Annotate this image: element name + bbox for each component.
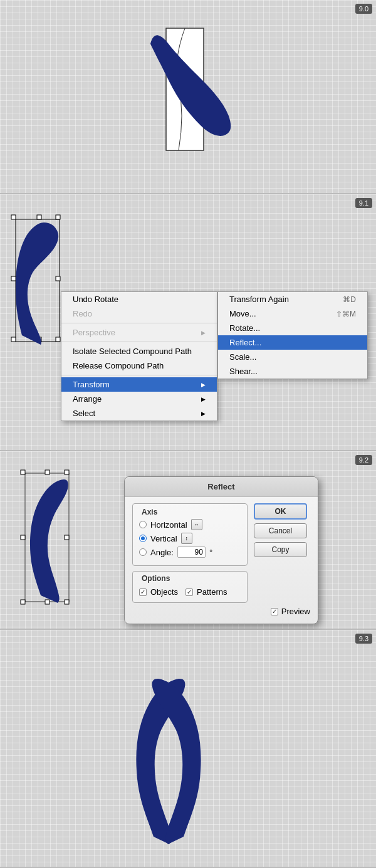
objects-row: Objects xyxy=(139,587,178,597)
menu-transform[interactable]: Transform xyxy=(61,377,217,392)
vertical-icon-btn[interactable]: ↕ xyxy=(181,533,192,544)
objects-checkbox[interactable] xyxy=(139,588,147,596)
panel-93: 9.3 xyxy=(0,630,376,868)
menu-sep-3 xyxy=(61,375,217,375)
copy-button[interactable]: Copy xyxy=(254,542,307,557)
h-br xyxy=(65,600,69,604)
preview-checkbox[interactable] xyxy=(271,608,278,615)
menu-arrange[interactable]: Arrange xyxy=(61,392,217,406)
dialog-right: OK Cancel Copy xyxy=(254,503,310,603)
shape-93-container xyxy=(81,655,257,857)
handle-mr xyxy=(56,276,60,281)
vertical-row: Vertical ↕ xyxy=(139,533,241,544)
patterns-label: Patterns xyxy=(197,587,227,597)
submenu-shear[interactable]: Shear... xyxy=(218,364,367,379)
dialog-left: Axis Horizontal ↔ Vertical ↕ Angle: xyxy=(132,503,248,603)
handle-tm xyxy=(37,215,41,219)
ok-button[interactable]: OK xyxy=(254,503,307,520)
reflect-dialog[interactable]: Reflect Axis Horizontal ↔ Vertical ↕ xyxy=(124,476,318,624)
axis-fieldset: Axis Horizontal ↔ Vertical ↕ Angle: xyxy=(132,503,248,566)
submenu-reflect[interactable]: Reflect... xyxy=(218,335,367,350)
handle-bl xyxy=(11,337,16,342)
horizontal-row: Horizontal ↔ xyxy=(139,519,241,530)
submenu-transform[interactable]: Transform Again ⌘D Move... ⇧⌘M Rotate...… xyxy=(217,291,368,379)
menu-sep-2 xyxy=(61,342,217,342)
horizontal-icon-btn[interactable]: ↔ xyxy=(191,519,202,530)
menu-release[interactable]: Release Compound Path xyxy=(61,358,217,373)
menu-redo[interactable]: Redo xyxy=(61,306,217,321)
patterns-row: Patterns xyxy=(185,587,227,597)
shape-92-container xyxy=(13,470,94,610)
panel-92: 9.2 Reflect Axis xyxy=(0,451,376,630)
vertical-radio[interactable] xyxy=(139,535,147,542)
menu-select[interactable]: Select xyxy=(61,406,217,421)
options-fieldset: Options Objects Patterns xyxy=(132,571,248,603)
angle-row: Angle: ° xyxy=(139,546,241,558)
menu-sep-1 xyxy=(61,323,217,323)
submenu-rotate[interactable]: Rotate... xyxy=(218,321,367,335)
shape-svg-93 xyxy=(81,655,257,855)
preview-row: Preview xyxy=(125,603,318,616)
h-ml xyxy=(21,535,25,540)
horizontal-label: Horizontal xyxy=(150,520,187,530)
h-tm xyxy=(45,470,50,474)
angle-label: Angle: xyxy=(150,548,174,557)
dialog-title: Reflect xyxy=(125,477,318,497)
patterns-checkbox[interactable] xyxy=(185,588,193,596)
handle-tl xyxy=(11,215,16,219)
panel-label-92: 9.2 xyxy=(355,455,372,465)
blue-feather-92 xyxy=(30,479,68,603)
h-tr xyxy=(65,470,69,474)
handle-ml xyxy=(11,276,16,281)
submenu-scale[interactable]: Scale... xyxy=(218,350,367,364)
submenu-transform-again[interactable]: Transform Again ⌘D xyxy=(218,292,367,306)
panel-label-93: 9.3 xyxy=(355,634,372,644)
submenu-move[interactable]: Move... ⇧⌘M xyxy=(218,306,367,321)
handle-br xyxy=(56,337,60,342)
h-bm xyxy=(45,600,50,604)
canvas-90 xyxy=(144,25,194,163)
angle-input[interactable] xyxy=(177,546,206,558)
panel-label-90: 9.0 xyxy=(355,4,372,14)
vertical-label: Vertical xyxy=(150,534,177,543)
shape-svg-92 xyxy=(13,470,94,608)
h-mr xyxy=(65,535,69,540)
shape-svg-90 xyxy=(144,25,244,175)
handle-tr xyxy=(56,215,60,219)
options-legend: Options xyxy=(139,574,241,583)
panel-label-91: 9.1 xyxy=(355,198,372,208)
h-bl xyxy=(21,600,25,604)
dialog-body: Axis Horizontal ↔ Vertical ↕ Angle: xyxy=(125,497,318,603)
context-menu[interactable]: Undo Rotate Redo Perspective Isolate Sel… xyxy=(61,291,217,421)
blue-feather-91 xyxy=(16,222,58,345)
objects-label: Objects xyxy=(150,587,178,597)
cancel-button[interactable]: Cancel xyxy=(254,523,307,538)
angle-radio[interactable] xyxy=(139,548,147,556)
axis-legend: Axis xyxy=(139,508,241,516)
horizontal-radio[interactable] xyxy=(139,521,147,528)
h-tl xyxy=(21,470,25,474)
panel-90: 9.0 xyxy=(0,0,376,194)
menu-undo-rotate[interactable]: Undo Rotate xyxy=(61,292,217,306)
menu-isolate[interactable]: Isolate Selected Compound Path xyxy=(61,344,217,358)
panel-91: 9.1 Undo Rotate Redo Perspective xyxy=(0,194,376,451)
degree-symbol: ° xyxy=(209,548,212,557)
menu-perspective[interactable]: Perspective xyxy=(61,325,217,340)
preview-label: Preview xyxy=(281,607,310,616)
